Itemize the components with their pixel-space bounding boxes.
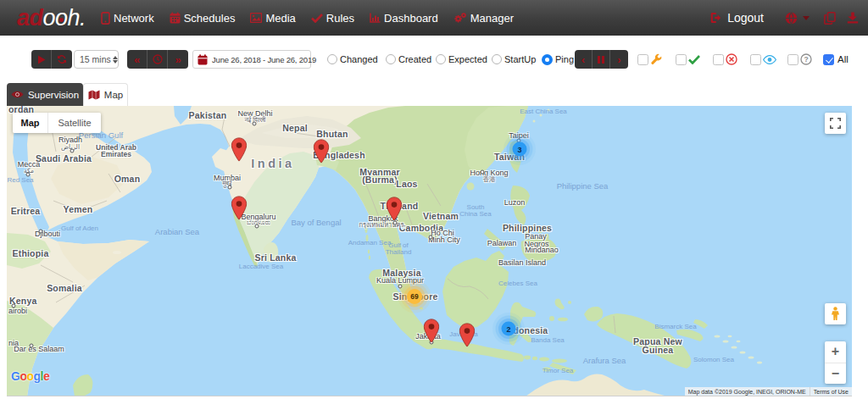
radio-ping[interactable]: Ping bbox=[542, 50, 574, 69]
next-button[interactable]: › bbox=[610, 50, 628, 69]
radio-changed[interactable]: Changed bbox=[327, 50, 378, 69]
radio-expected[interactable]: Expected bbox=[436, 50, 487, 69]
pause-icon bbox=[598, 56, 604, 64]
city-dot bbox=[26, 173, 31, 177]
radio-label: Changed bbox=[340, 54, 378, 64]
map-type-control: Map Satellite bbox=[13, 113, 101, 133]
gears-icon bbox=[453, 12, 467, 24]
pause-button[interactable] bbox=[593, 50, 610, 69]
fullscreen-button[interactable] bbox=[825, 113, 846, 134]
map-label-thailand: Thailand bbox=[386, 248, 412, 256]
fast-forward-button[interactable]: » bbox=[168, 50, 188, 69]
map-label-china-sea: China Sea bbox=[459, 210, 491, 218]
radio-created[interactable]: Created bbox=[386, 50, 431, 69]
map-label-guinea: Guinea bbox=[643, 345, 674, 355]
fast-backward-icon: « bbox=[134, 54, 140, 65]
radio-startup[interactable]: StartUp bbox=[492, 50, 536, 69]
google-logo-letter: G bbox=[11, 369, 19, 383]
clock-button[interactable] bbox=[147, 50, 168, 69]
logout-button[interactable]: Logout bbox=[710, 11, 764, 25]
checkbox-filter-wrench-icon[interactable] bbox=[637, 50, 662, 69]
logo-char-o1: o bbox=[43, 5, 56, 30]
nav-item-rules[interactable]: Rules bbox=[303, 0, 362, 36]
checkbox-box bbox=[713, 54, 724, 65]
city-dot bbox=[12, 304, 16, 308]
radio-circle bbox=[542, 54, 553, 65]
nav-items: NetworkSchedulesMediaRulesDashboardManag… bbox=[93, 0, 521, 36]
download-button[interactable] bbox=[847, 12, 859, 24]
question-icon: ? bbox=[800, 53, 812, 65]
checkbox-box bbox=[676, 54, 687, 65]
logo-char-rest: h. bbox=[68, 5, 86, 30]
pegman-button[interactable] bbox=[825, 303, 846, 324]
checkbox-all[interactable]: All bbox=[823, 50, 849, 69]
nav-item-media[interactable]: Media bbox=[242, 0, 303, 36]
interval-select[interactable]: 15 mins bbox=[74, 50, 119, 69]
prev-button[interactable]: ‹ bbox=[575, 50, 593, 69]
zoom-out-button[interactable]: − bbox=[825, 363, 846, 385]
map-pin-marker[interactable] bbox=[231, 196, 248, 220]
city-dot bbox=[30, 344, 34, 348]
map-pin-marker[interactable] bbox=[387, 197, 403, 221]
refresh-button[interactable] bbox=[52, 50, 72, 69]
google-map[interactable]: ordanSaudi ArabiaYemenOmanUnited ArabEmi… bbox=[7, 106, 852, 396]
nav-item-label: Media bbox=[265, 12, 295, 25]
map-type-satellite-button[interactable]: Satellite bbox=[48, 113, 101, 133]
tab-supervision-label: Supervision bbox=[28, 90, 79, 100]
nav-item-dashboard[interactable]: Dashboard bbox=[362, 0, 446, 36]
map-label-gulf-of-aden: Gulf of Aden bbox=[61, 224, 98, 232]
language-menu[interactable] bbox=[785, 12, 810, 25]
copy-button[interactable] bbox=[824, 12, 836, 25]
phone-icon bbox=[101, 12, 110, 25]
map-label-india: India bbox=[251, 157, 294, 170]
map-cluster-marker-amber[interactable]: 69 bbox=[407, 289, 422, 304]
map-pin-marker[interactable] bbox=[314, 139, 330, 163]
chevron-left-icon: ‹ bbox=[581, 54, 585, 65]
map-label-bay-of-bengal: Bay of Bengal bbox=[291, 218, 341, 227]
zoom-in-button[interactable]: + bbox=[825, 341, 846, 363]
globe-icon bbox=[785, 12, 798, 25]
cluster-count: 2 bbox=[506, 324, 510, 333]
map-label-basilan-island: Basilan Island bbox=[498, 258, 546, 267]
nav-item-network[interactable]: Network bbox=[93, 0, 162, 36]
checkbox-filter-check-green-icon[interactable] bbox=[676, 50, 700, 69]
chart-icon bbox=[370, 13, 381, 23]
logout-icon bbox=[710, 12, 723, 24]
map-label-eritrea: Eritrea bbox=[11, 206, 41, 216]
map-label-vietnam: Vietnam bbox=[423, 211, 459, 221]
time-nav-group: « » bbox=[127, 50, 188, 69]
nav-item-schedules[interactable]: Schedules bbox=[162, 0, 243, 36]
top-navbar: adooh. NetworkSchedulesMediaRulesDashboa… bbox=[0, 0, 868, 36]
tab-supervision[interactable]: Supervision bbox=[7, 83, 83, 106]
city-dot bbox=[255, 224, 259, 229]
tab-map[interactable]: Map bbox=[83, 83, 128, 106]
terms-of-use-link[interactable]: Terms of Use bbox=[810, 387, 852, 396]
map-attribution: Map data ©2019 Google, INEGI, ORION-ME T… bbox=[685, 387, 852, 396]
city-dot bbox=[228, 186, 232, 190]
google-logo: Google bbox=[11, 369, 49, 383]
map-cluster-marker-blue[interactable]: 3 bbox=[513, 142, 527, 157]
date-range-input[interactable]: June 26, 2018 - June 26, 2019 bbox=[192, 50, 311, 69]
map-label-somalia: Somalia bbox=[47, 283, 82, 293]
map-cluster-marker-blue[interactable]: 2 bbox=[502, 322, 516, 336]
map-type-map-button[interactable]: Map bbox=[13, 113, 48, 133]
fast-backward-button[interactable]: « bbox=[127, 50, 147, 69]
logout-label: Logout bbox=[727, 11, 764, 25]
map-pin-marker[interactable] bbox=[231, 137, 248, 162]
nav-item-manager[interactable]: Manager bbox=[446, 0, 521, 36]
map-pin-marker[interactable] bbox=[424, 319, 440, 343]
city-dot bbox=[253, 122, 257, 126]
map-label-sri-lanka: Sri Lanka bbox=[254, 252, 296, 263]
calendar-icon bbox=[198, 54, 208, 65]
map-label-laccadive-sea: Laccadive Sea bbox=[239, 263, 283, 270]
radio-label: Expected bbox=[448, 54, 487, 64]
map-label-andaman-sea: Andaman Sea bbox=[348, 239, 392, 247]
radio-circle bbox=[436, 54, 446, 64]
map-pin-marker[interactable] bbox=[459, 323, 476, 347]
play-button[interactable] bbox=[31, 50, 52, 69]
checkbox-filter-x-circle-icon[interactable] bbox=[713, 50, 737, 69]
check-green-icon bbox=[688, 55, 700, 64]
checkbox-filter-eye-blue-icon[interactable] bbox=[750, 50, 776, 69]
checkbox-filter-question-icon[interactable]: ? bbox=[787, 50, 812, 69]
map-label-pakistan: Pakistan bbox=[189, 110, 227, 120]
